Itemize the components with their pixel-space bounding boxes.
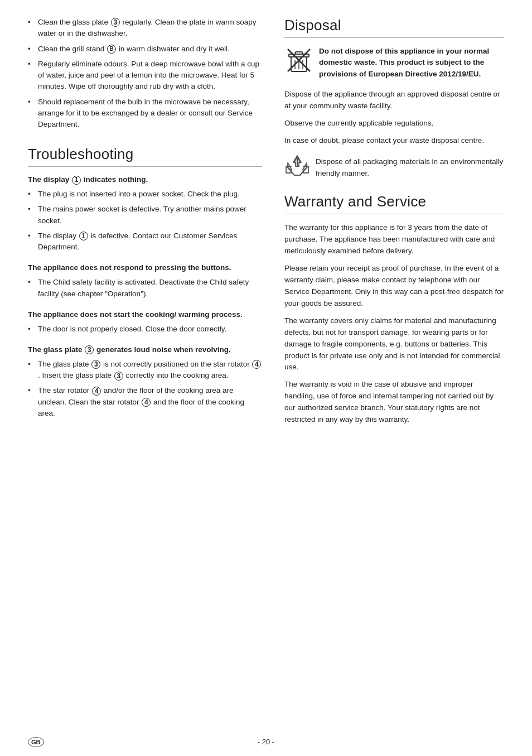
icon-b: B <box>107 45 116 54</box>
ts-bullet-1-3: The display 1 is defective. Contact our … <box>28 230 262 253</box>
icon-1b: 1 <box>79 232 88 240</box>
icon-3d: 3 <box>114 372 123 381</box>
bullet-item-2: Clean the grill stand B in warm dishwate… <box>28 44 262 55</box>
disposal-section: Disposal <box>284 17 504 185</box>
troubleshoot-list-2: The Child safety facility is activated. … <box>28 277 262 300</box>
ts-bullet-3-1: The door is not properly closed. Close t… <box>28 324 262 335</box>
ts-bullet-4-1: The glass plate 3 is not correctly posit… <box>28 359 262 382</box>
recycle-icon <box>284 154 310 180</box>
warranty-para1: The warranty for this appliance is for 3… <box>284 222 504 257</box>
ts-bullet-1-1: The plug is not inserted into a power so… <box>28 189 262 200</box>
icon-4b: 4 <box>92 387 101 396</box>
warranty-para2: Please retain your receipt as proof of p… <box>284 263 504 310</box>
bullet-item-3: Regularly eliminate odours. Put a deep m… <box>28 59 262 93</box>
disposal-title: Disposal <box>284 17 504 34</box>
disposal-warning-icon <box>284 46 313 75</box>
troubleshoot-heading-3: The appliance does not start the cooking… <box>28 310 262 320</box>
troubleshoot-heading-2: The appliance does not respond to pressi… <box>28 263 262 273</box>
recycle-text: Dispose of all packaging materials in an… <box>316 156 504 180</box>
troubleshooting-section: Troubleshooting The display 1 indicates … <box>28 146 262 419</box>
icon-3: 3 <box>111 18 120 27</box>
disposal-para2: Observe the currently applicable regulat… <box>284 118 504 129</box>
recycle-icon-block: Dispose of all packaging materials in an… <box>284 154 504 185</box>
top-bullet-list: Clean the glass plate 3 regularly. Clean… <box>28 17 262 130</box>
icon-4a: 4 <box>252 360 261 369</box>
warranty-para3: The warranty covers only claims for mate… <box>284 315 504 374</box>
footer: GB - 20 - <box>0 738 532 746</box>
troubleshoot-heading-1: The display 1 indicates nothing. <box>28 175 262 185</box>
troubleshoot-list-3: The door is not properly closed. Close t… <box>28 324 262 335</box>
troubleshoot-block-4: The glass plate 3 generates loud noise w… <box>28 345 262 419</box>
ts-bullet-1-2: The mains power socket is defective. Try… <box>28 204 262 227</box>
troubleshooting-divider <box>28 166 262 167</box>
icon-3b: 3 <box>85 345 94 354</box>
disposal-warning-text: Do not dispose of this appliance in your… <box>319 46 504 80</box>
disposal-divider <box>284 37 504 38</box>
svg-rect-2 <box>296 52 302 54</box>
disposal-para1: Dispose of the appliance through an appr… <box>284 89 504 112</box>
warranty-section: Warranty and Service The warranty for th… <box>284 193 504 426</box>
disposal-warning-block: Do not dispose of this appliance in your… <box>284 46 504 80</box>
recycle-icon-svg <box>284 154 310 180</box>
footer-country-badge: GB <box>28 737 44 747</box>
icon-3c: 3 <box>91 360 100 369</box>
ts-bullet-4-2: The star rotator 4 and/or the floor of t… <box>28 385 262 419</box>
footer-page-number: - 20 - <box>258 738 274 746</box>
troubleshoot-block-1: The display 1 indicates nothing. The plu… <box>28 175 262 253</box>
troubleshooting-title: Troubleshooting <box>28 146 262 163</box>
ts-bullet-2-1: The Child safety facility is activated. … <box>28 277 262 300</box>
warranty-title: Warranty and Service <box>284 193 504 210</box>
troubleshoot-block-3: The appliance does not start the cooking… <box>28 310 262 335</box>
bullet-item-4: Should replacement of the bulb in the mi… <box>28 97 262 131</box>
right-column: Disposal <box>279 17 504 723</box>
icon-1a: 1 <box>72 176 81 185</box>
warranty-divider <box>284 214 504 214</box>
troubleshoot-heading-4: The glass plate 3 generates loud noise w… <box>28 345 262 355</box>
left-column: Clean the glass plate 3 regularly. Clean… <box>28 17 279 723</box>
top-bullet-section: Clean the glass plate 3 regularly. Clean… <box>28 17 262 130</box>
weee-icon-svg <box>284 46 313 75</box>
troubleshoot-block-2: The appliance does not respond to pressi… <box>28 263 262 299</box>
troubleshoot-list-1: The plug is not inserted into a power so… <box>28 189 262 253</box>
disposal-para3: In case of doubt, please contact your wa… <box>284 135 504 147</box>
troubleshoot-list-4: The glass plate 3 is not correctly posit… <box>28 359 262 419</box>
icon-4c: 4 <box>142 398 151 407</box>
bullet-item-1: Clean the glass plate 3 regularly. Clean… <box>28 17 262 40</box>
warranty-para4: The warranty is void in the case of abus… <box>284 379 504 426</box>
